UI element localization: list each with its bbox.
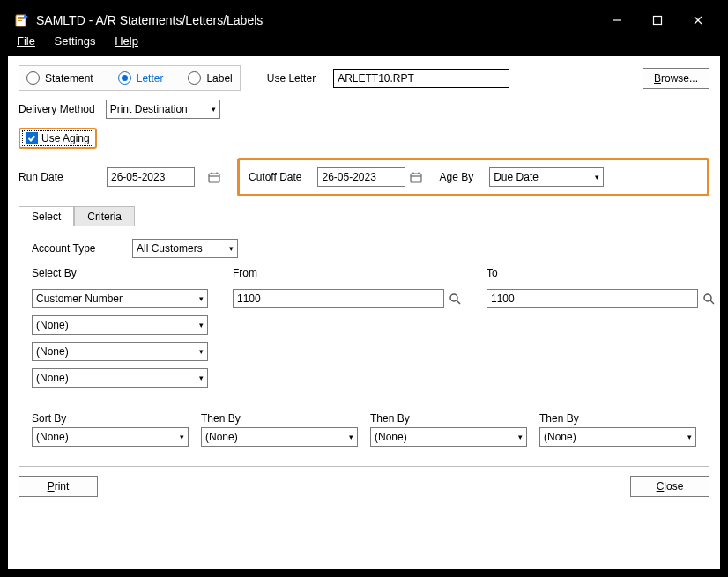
to-1-input[interactable]	[487, 289, 698, 308]
search-icon[interactable]	[702, 292, 716, 306]
account-type-dropdown[interactable]: All Customers ▾	[132, 239, 238, 258]
svg-rect-8	[209, 174, 219, 182]
app-icon	[15, 13, 29, 27]
chevron-down-icon: ▾	[199, 321, 204, 329]
menubar: File Settings Help	[8, 33, 720, 56]
tab-select[interactable]: Select	[19, 206, 74, 226]
cutoff-date-input[interactable]	[317, 167, 405, 187]
to-label: To	[487, 267, 716, 279]
radio-label[interactable]: Label	[188, 71, 232, 85]
run-date-input[interactable]	[107, 167, 195, 187]
chevron-down-icon: ▾	[199, 374, 204, 382]
svg-line-19	[710, 300, 714, 304]
sort-by-dropdown[interactable]: (None) ▾	[32, 427, 189, 447]
radio-statement[interactable]: Statement	[26, 71, 93, 85]
chevron-down-icon: ▾	[518, 433, 523, 441]
then-by-1-dropdown[interactable]: (None) ▾	[201, 427, 358, 447]
select-by-4-dropdown[interactable]: (None) ▾	[32, 368, 208, 388]
chevron-down-icon: ▾	[199, 347, 204, 356]
svg-rect-3	[18, 20, 22, 21]
doc-type-group: Statement Letter Label	[19, 65, 241, 91]
select-by-label: Select By	[32, 267, 208, 279]
use-aging-highlight: Use Aging	[19, 128, 97, 149]
delivery-method-label: Delivery Method	[19, 103, 95, 115]
from-label: From	[233, 267, 462, 279]
tab-panel-select: Account Type All Customers ▾ Select By F…	[19, 226, 709, 467]
print-button[interactable]: Print	[19, 476, 98, 497]
select-by-1-dropdown[interactable]: Customer Number ▾	[32, 289, 208, 308]
browse-button[interactable]: Browse...	[643, 68, 709, 89]
menu-file[interactable]: File	[17, 34, 35, 48]
tab-criteria[interactable]: Criteria	[74, 206, 135, 226]
then-by-3-dropdown[interactable]: (None) ▾	[539, 427, 696, 447]
maximize-button[interactable]	[637, 8, 678, 33]
svg-rect-5	[654, 17, 662, 25]
age-by-label: Age By	[439, 171, 473, 183]
radio-letter[interactable]: Letter	[118, 71, 164, 85]
then-by-2-dropdown[interactable]: (None) ▾	[370, 427, 527, 447]
use-aging-checkbox[interactable]: Use Aging	[22, 130, 93, 146]
menu-help[interactable]: Help	[115, 34, 138, 48]
chevron-down-icon: ▾	[687, 433, 692, 441]
select-by-3-dropdown[interactable]: (None) ▾	[32, 342, 208, 361]
aging-highlight-box: Cutoff Date Age By Due Date ▾	[237, 158, 709, 196]
close-button[interactable]: Close	[630, 476, 709, 497]
svg-point-16	[450, 294, 457, 301]
sort-by-label: Sort By	[32, 412, 189, 425]
minimize-button[interactable]	[597, 8, 637, 33]
use-letter-input[interactable]	[333, 69, 509, 88]
svg-rect-1	[18, 17, 24, 18]
calendar-icon[interactable]	[207, 170, 221, 184]
run-date-label: Run Date	[19, 171, 98, 183]
chevron-down-icon: ▾	[595, 173, 599, 181]
svg-rect-12	[411, 174, 421, 182]
window-title: SAMLTD - A/R Statements/Letters/Labels	[36, 13, 597, 27]
from-1-input[interactable]	[233, 289, 444, 308]
titlebar: SAMLTD - A/R Statements/Letters/Labels	[8, 8, 720, 33]
then-by-2-label: Then By	[370, 412, 527, 425]
search-icon[interactable]	[448, 292, 462, 306]
calendar-icon[interactable]	[409, 170, 423, 184]
select-by-2-dropdown[interactable]: (None) ▾	[32, 315, 208, 335]
account-type-label: Account Type	[32, 242, 120, 255]
chevron-down-icon: ▾	[180, 433, 184, 441]
chevron-down-icon: ▾	[199, 294, 204, 303]
menu-settings[interactable]: Settings	[55, 34, 96, 48]
svg-rect-2	[18, 18, 24, 19]
svg-line-17	[457, 300, 460, 304]
chevron-down-icon: ▾	[349, 433, 353, 441]
use-letter-label: Use Letter	[267, 72, 316, 85]
then-by-1-label: Then By	[201, 412, 358, 425]
chevron-down-icon: ▾	[212, 105, 216, 114]
delivery-method-dropdown[interactable]: Print Destination ▾	[106, 100, 220, 119]
then-by-3-label: Then By	[539, 412, 696, 425]
cutoff-date-label: Cutoff Date	[249, 171, 301, 183]
close-window-button[interactable]	[678, 8, 718, 33]
svg-point-18	[704, 294, 711, 301]
age-by-dropdown[interactable]: Due Date ▾	[489, 167, 604, 187]
chevron-down-icon: ▾	[229, 244, 234, 253]
